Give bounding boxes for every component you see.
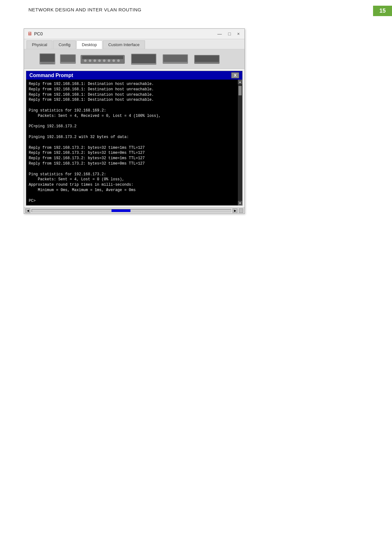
- scroll-thumb[interactable]: [238, 86, 242, 95]
- command-prompt-text: Reply from 192.168.168.1: Destination ho…: [29, 81, 240, 203]
- svg-point-9: [93, 59, 96, 62]
- maximize-button[interactable]: □: [226, 31, 232, 37]
- scroll-right-arrow[interactable]: ▶: [232, 208, 238, 213]
- window-titlebar: 🖥 PC0 — □ ×: [24, 29, 244, 39]
- command-prompt-container: Command Prompt X Reply from 192.168.168.…: [26, 71, 243, 206]
- scroll-left-arrow[interactable]: ◀: [25, 208, 30, 213]
- svg-rect-18: [163, 55, 187, 62]
- svg-point-14: [117, 59, 120, 62]
- svg-point-7: [84, 59, 87, 62]
- close-window-button[interactable]: ×: [236, 31, 241, 37]
- scroll-down-arrow[interactable]: ▼: [238, 201, 242, 205]
- scroll-horizontal-track[interactable]: [32, 209, 231, 212]
- command-prompt-close-button[interactable]: X: [231, 72, 239, 78]
- svg-rect-4: [61, 55, 75, 62]
- window-controls: — □ ×: [216, 31, 241, 37]
- command-prompt-body[interactable]: Reply from 192.168.168.1: Destination ho…: [26, 80, 242, 205]
- svg-rect-1: [40, 54, 55, 62]
- svg-rect-2: [41, 63, 54, 64]
- tab-bar: Physical Config Desktop Custom Interface: [24, 39, 244, 49]
- svg-point-11: [103, 59, 106, 62]
- titlebar-left: 🖥 PC0: [27, 31, 43, 37]
- svg-point-8: [89, 59, 91, 62]
- device-area: [24, 49, 244, 69]
- tab-custom-interface[interactable]: Custom Interface: [103, 40, 145, 49]
- page-number-badge: 15: [373, 6, 392, 16]
- command-prompt-titlebar: Command Prompt X: [26, 71, 242, 80]
- tab-config[interactable]: Config: [53, 40, 76, 49]
- svg-point-13: [112, 59, 115, 62]
- svg-point-12: [108, 59, 110, 62]
- svg-rect-16: [132, 54, 156, 63]
- bottom-scrollbar: ◀ ▶: [24, 208, 244, 214]
- pc-icon: 🖥: [27, 31, 32, 37]
- scroll-corner: [239, 208, 243, 213]
- svg-point-10: [98, 59, 101, 62]
- scroll-horizontal-thumb[interactable]: [112, 209, 130, 212]
- window-title-text: PC0: [34, 31, 43, 36]
- tab-physical[interactable]: Physical: [27, 40, 52, 49]
- page-title: NETWORK DESIGN AND INTER VLAN ROUTING: [28, 7, 142, 12]
- svg-rect-6: [82, 56, 123, 59]
- tab-desktop[interactable]: Desktop: [76, 40, 102, 49]
- scroll-up-arrow[interactable]: ▲: [238, 80, 242, 84]
- inner-scrollbar: ▲ ▼: [238, 80, 242, 205]
- minimize-button[interactable]: —: [216, 31, 223, 37]
- pc-window: 🖥 PC0 — □ × Physical Config Desktop Cust…: [24, 28, 245, 214]
- command-prompt-wrapper: Reply from 192.168.168.1: Destination ho…: [26, 80, 242, 205]
- command-prompt-title: Command Prompt: [29, 73, 73, 78]
- svg-rect-20: [195, 56, 219, 62]
- device-visual-svg: [36, 52, 232, 66]
